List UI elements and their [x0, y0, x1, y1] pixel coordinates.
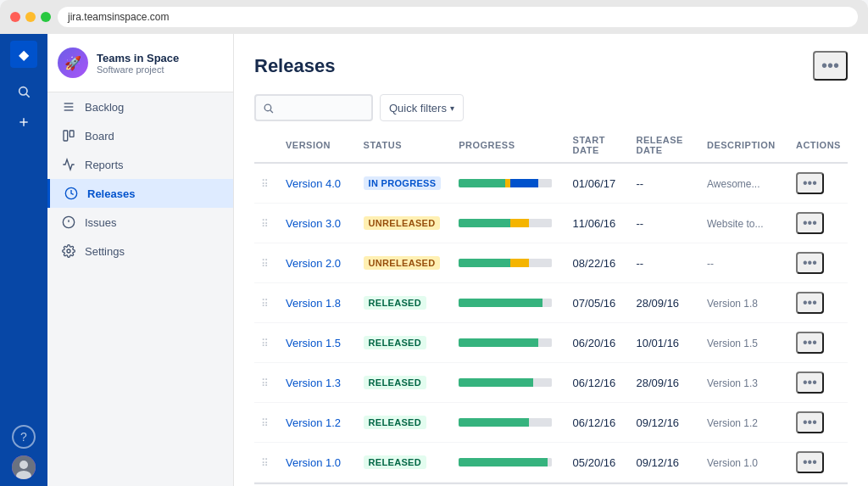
help-icon[interactable]: ?: [12, 425, 36, 449]
row-actions-button[interactable]: •••: [796, 451, 824, 473]
start-date-cell: 11/06/16: [566, 204, 630, 243]
project-sidebar: 🚀 Teams in Space Software project Backlo…: [47, 34, 234, 486]
releases-nav-icon: [64, 186, 79, 201]
progress-done: [459, 259, 510, 267]
drag-handle-icon[interactable]: ⠿: [261, 457, 272, 469]
status-badge: RELEASED: [364, 296, 426, 310]
user-avatar[interactable]: [12, 455, 36, 479]
address-bar[interactable]: jira.teamsinspace.com: [58, 7, 858, 27]
sidebar-item-board[interactable]: Board: [47, 121, 233, 150]
progress-bar: [459, 219, 552, 227]
version-cell: Version 1.3: [279, 363, 357, 403]
url-text: jira.teamsinspace.com: [68, 11, 169, 23]
drag-cell: ⠿: [254, 443, 279, 483]
progress-bar: [459, 418, 552, 427]
description-text: Version 1.5: [707, 338, 758, 349]
actions-cell: •••: [789, 443, 848, 483]
start-date-cell: 06/20/16: [566, 323, 630, 363]
start-date-cell: 06/12/16: [566, 403, 630, 443]
search-global-icon[interactable]: [10, 78, 37, 105]
sidebar-item-releases[interactable]: Releases: [47, 179, 233, 208]
progress-empty: [542, 299, 552, 307]
version-name[interactable]: Version 2.0: [286, 257, 341, 270]
search-icon: [263, 103, 274, 114]
sidebar-item-label-settings: Settings: [85, 245, 125, 258]
description-cell: Version 1.2: [700, 403, 789, 443]
maximize-button[interactable]: [41, 12, 51, 22]
row-actions-button[interactable]: •••: [796, 212, 824, 234]
drag-handle-icon[interactable]: ⠿: [261, 338, 272, 349]
drag-handle-icon[interactable]: ⠿: [261, 258, 272, 270]
global-sidebar: ◆ ?: [0, 34, 47, 486]
quick-filters-button[interactable]: Quick filters ▾: [380, 94, 464, 121]
status-badge: RELEASED: [364, 376, 426, 389]
version-cell: Version 3.0: [279, 204, 357, 243]
logo-icon: ◆: [19, 47, 29, 63]
app-logo[interactable]: ◆: [10, 41, 37, 68]
progress-cell: [452, 243, 565, 283]
drag-handle-icon[interactable]: ⠿: [261, 417, 272, 429]
actions-cell: •••: [789, 283, 848, 323]
drag-handle-icon[interactable]: ⠿: [261, 218, 272, 230]
row-actions-button[interactable]: •••: [796, 371, 824, 394]
version-name[interactable]: Version 1.8: [286, 297, 341, 310]
release-date-cell: 28/09/16: [629, 283, 700, 323]
add-version-row: Add: [254, 483, 848, 486]
col-version-header: Version: [279, 128, 357, 163]
actions-cell: •••: [789, 204, 848, 243]
row-actions-button[interactable]: •••: [796, 332, 824, 354]
start-date-cell: 01/06/17: [566, 163, 630, 204]
sidebar-item-backlog[interactable]: Backlog: [47, 92, 233, 121]
close-button[interactable]: [10, 12, 20, 22]
table-row: ⠿ Version 1.8 RELEASED 07/05/16 28/09/16…: [254, 283, 848, 323]
col-drag: [254, 128, 279, 163]
actions-cell: •••: [789, 403, 848, 443]
progress-cell: [452, 403, 565, 443]
release-date-cell: --: [629, 204, 700, 243]
version-name[interactable]: Version 4.0: [286, 177, 341, 190]
description-cell: Version 1.0: [700, 443, 789, 483]
progress-bar: [459, 259, 552, 267]
backlog-nav-icon: [61, 99, 76, 115]
row-actions-button[interactable]: •••: [796, 411, 824, 433]
row-actions-button[interactable]: •••: [796, 292, 824, 314]
row-actions-button[interactable]: •••: [796, 172, 824, 194]
version-name[interactable]: Version 3.0: [286, 217, 341, 230]
more-options-button[interactable]: •••: [813, 51, 848, 81]
global-sidebar-bottom: ?: [12, 425, 36, 479]
releases-table: Version Status Progress Start date Relea…: [254, 128, 848, 483]
version-name[interactable]: Version 1.0: [286, 456, 341, 469]
search-box[interactable]: [254, 94, 373, 121]
progress-empty: [538, 179, 553, 187]
version-name[interactable]: Version 1.2: [286, 416, 341, 429]
sidebar-item-issues[interactable]: Issues: [47, 208, 233, 237]
table-row: ⠿ Version 1.3 RELEASED 06/12/16 28/09/16…: [254, 363, 848, 403]
drag-cell: ⠿: [254, 323, 279, 363]
drag-handle-icon[interactable]: ⠿: [261, 178, 272, 190]
drag-handle-icon[interactable]: ⠿: [261, 298, 272, 310]
minimize-button[interactable]: [25, 12, 36, 22]
version-name[interactable]: Version 1.5: [286, 337, 341, 349]
status-cell: UNRELEASED: [357, 243, 453, 283]
progress-todo: [510, 259, 529, 267]
reports-nav-icon: [61, 157, 76, 172]
release-date-cell: --: [629, 243, 700, 283]
release-date-cell: 28/09/16: [629, 363, 700, 403]
progress-done: [459, 418, 529, 427]
create-global-icon[interactable]: [10, 109, 37, 136]
progress-cell: [452, 204, 565, 243]
progress-done: [459, 219, 510, 227]
status-badge: IN PROGRESS: [364, 176, 442, 190]
col-actions-header: Actions: [789, 128, 848, 163]
progress-cell: [452, 283, 565, 323]
sidebar-item-reports[interactable]: Reports: [47, 150, 233, 179]
description-cell: Version 1.5: [700, 323, 789, 363]
project-info: Teams in Space Software project: [97, 52, 179, 75]
row-actions-button[interactable]: •••: [796, 252, 824, 274]
sidebar-item-settings[interactable]: Settings: [47, 237, 233, 265]
description-text: Awesome...: [707, 178, 760, 190]
drag-handle-icon[interactable]: ⠿: [261, 377, 272, 389]
start-date-cell: 06/12/16: [566, 363, 630, 403]
version-name[interactable]: Version 1.3: [286, 377, 341, 389]
progress-todo: [510, 219, 529, 227]
